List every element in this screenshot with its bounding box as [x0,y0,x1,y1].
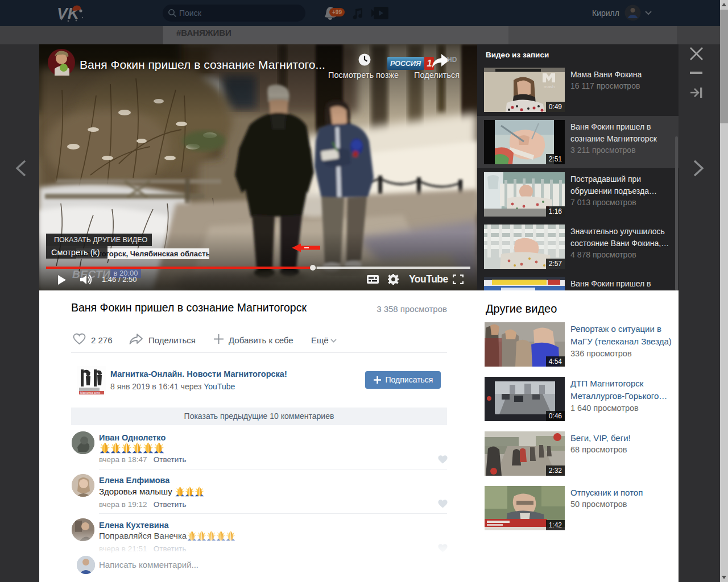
svg-text:mash: mash [544,84,555,89]
svg-text:Магнитка-сити: Магнитка-сити [80,391,100,394]
svg-text:РОССИЯ: РОССИЯ [390,60,421,68]
svg-text:YouTube: YouTube [409,273,449,285]
svg-text:+99: +99 [332,9,342,15]
